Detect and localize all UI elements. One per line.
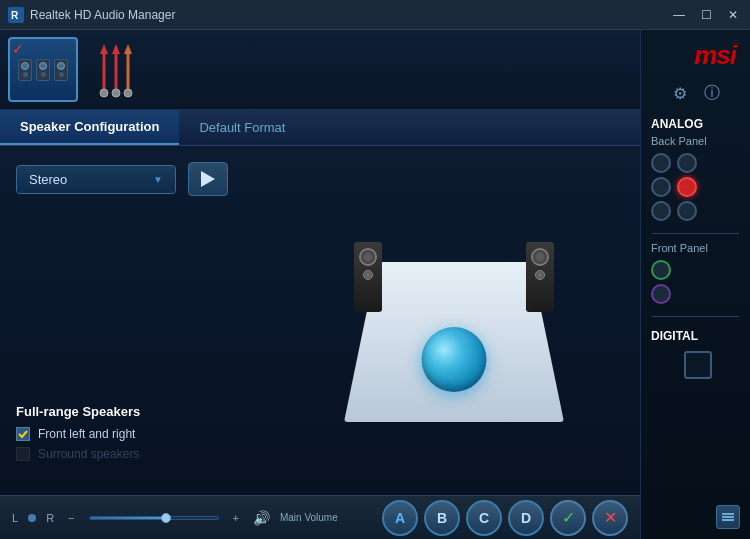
msi-logo-text: msi	[694, 40, 736, 70]
info-icon[interactable]: ⓘ	[700, 81, 724, 105]
checkbox-front-left-right[interactable]	[16, 427, 30, 441]
tab-default-label: Default Format	[199, 120, 285, 135]
front-panel-row-1	[651, 260, 671, 280]
cables-svg	[89, 40, 144, 100]
speaker-tweeter	[23, 72, 28, 77]
right-channel-label: R	[46, 512, 54, 524]
svg-marker-7	[124, 44, 132, 54]
svg-point-10	[124, 89, 132, 97]
checkbox-row-2: Surround speakers	[16, 447, 236, 461]
tab-speaker-label: Speaker Configuration	[20, 119, 159, 134]
tab-default-format[interactable]: Default Format	[179, 110, 305, 145]
main-volume-section: Main Volume	[280, 512, 338, 523]
check-icon	[18, 429, 28, 439]
back-panel-row-1	[651, 153, 697, 173]
front-panel-label: Front Panel	[651, 242, 708, 254]
speaker-device-icon[interactable]: ✓	[8, 37, 78, 102]
volume-slider[interactable]	[89, 516, 219, 520]
svg-rect-13	[722, 519, 734, 521]
settings-icon[interactable]: ⚙	[668, 81, 692, 105]
button-c[interactable]: C	[466, 500, 502, 536]
minimize-button[interactable]: —	[669, 8, 689, 22]
volume-dot-left	[28, 514, 36, 522]
speaker-mode-dropdown[interactable]: Stereo ▼	[16, 165, 176, 194]
checkbox-label-surround: Surround speakers	[38, 447, 139, 461]
button-d[interactable]: D	[508, 500, 544, 536]
checkbox-row-1: Front left and right	[16, 427, 236, 441]
confirm-button[interactable]: ✓	[550, 500, 586, 536]
back-port-1a[interactable]	[651, 153, 671, 173]
close-button[interactable]: ✕	[724, 8, 742, 22]
volume-slider-fill	[90, 517, 167, 519]
msi-logo: msi	[694, 40, 736, 71]
left-speaker-tweeter	[363, 270, 373, 280]
back-port-2a[interactable]	[651, 177, 671, 197]
window-controls: — ☐ ✕	[669, 8, 742, 22]
volume-slider-thumb[interactable]	[161, 513, 171, 523]
stage-area	[324, 222, 584, 422]
left-speaker[interactable]	[354, 242, 382, 312]
fullrange-section: Full-range Speakers Front left and right…	[16, 404, 236, 467]
svg-marker-5	[112, 44, 120, 54]
speaker-box-2	[36, 59, 50, 81]
play-button[interactable]	[188, 162, 228, 196]
svg-point-8	[100, 89, 108, 97]
button-b[interactable]: B	[424, 500, 460, 536]
bottom-bar: L R − + 🔊 Main Volume A B C D ✓ ✕	[0, 495, 640, 539]
back-panel-row-2	[651, 177, 697, 197]
speaker-tweeter-3	[59, 72, 64, 77]
front-panel-row-2	[651, 284, 671, 304]
volume-minus-icon: −	[68, 512, 74, 524]
fullrange-title: Full-range Speakers	[16, 404, 236, 419]
digital-label: DIGITAL	[651, 329, 698, 343]
dropdown-value: Stereo	[29, 172, 67, 187]
main-panel: Stereo ▼	[0, 146, 640, 495]
digital-port-box[interactable]	[684, 351, 712, 379]
button-a[interactable]: A	[382, 500, 418, 536]
analog-label: ANALOG	[651, 117, 703, 131]
speaker-set	[18, 59, 68, 81]
digital-port	[684, 351, 712, 379]
svg-rect-11	[722, 513, 734, 515]
right-speaker[interactable]	[526, 242, 554, 312]
back-port-3b[interactable]	[677, 201, 697, 221]
svg-marker-3	[100, 44, 108, 54]
sidebar-bottom-button[interactable]	[716, 505, 740, 529]
tab-bar: Speaker Configuration Default Format	[0, 110, 640, 146]
app-icon: R	[8, 7, 24, 23]
svg-rect-12	[722, 516, 734, 518]
checkbox-label-front: Front left and right	[38, 427, 135, 441]
back-port-1b[interactable]	[677, 153, 697, 173]
back-port-3a[interactable]	[651, 201, 671, 221]
speaker-box-3	[54, 59, 68, 81]
volume-plus-icon: +	[233, 512, 239, 524]
right-sidebar: msi ⚙ ⓘ ANALOG Back Panel Front Panel	[640, 30, 750, 539]
svg-point-9	[112, 89, 120, 97]
right-speaker-woofer	[531, 248, 549, 266]
cancel-button[interactable]: ✕	[592, 500, 628, 536]
left-channel-label: L	[12, 512, 18, 524]
controls-row: Stereo ▼	[16, 162, 624, 196]
sidebar-divider-1	[652, 233, 739, 234]
sidebar-bottom-icon	[721, 510, 735, 524]
back-port-2b[interactable]	[677, 177, 697, 197]
chevron-down-icon: ▼	[153, 174, 163, 185]
main-volume-label: Main Volume	[280, 512, 338, 523]
tab-speaker-configuration[interactable]: Speaker Configuration	[0, 110, 179, 145]
audio-orb	[422, 327, 487, 392]
front-port-purple[interactable]	[651, 284, 671, 304]
back-panel-label: Back Panel	[651, 135, 707, 147]
checkbox-surround[interactable]	[16, 447, 30, 461]
maximize-button[interactable]: ☐	[697, 8, 716, 22]
cables-device-icon[interactable]	[86, 37, 146, 102]
device-icons-bar: ✓	[0, 30, 640, 110]
front-port-green[interactable]	[651, 260, 671, 280]
speaker-woofer	[21, 62, 29, 70]
speaker-visualization: Full-range Speakers Front left and right…	[16, 212, 624, 467]
speaker-volume-icon: 🔊	[253, 510, 270, 526]
checkmark-icon: ✓	[12, 41, 24, 57]
titlebar: R Realtek HD Audio Manager — ☐ ✕	[0, 0, 750, 30]
speaker-box-1	[18, 59, 32, 81]
back-panel-row-3	[651, 201, 697, 221]
bottom-buttons: A B C D ✓ ✕	[382, 500, 628, 536]
